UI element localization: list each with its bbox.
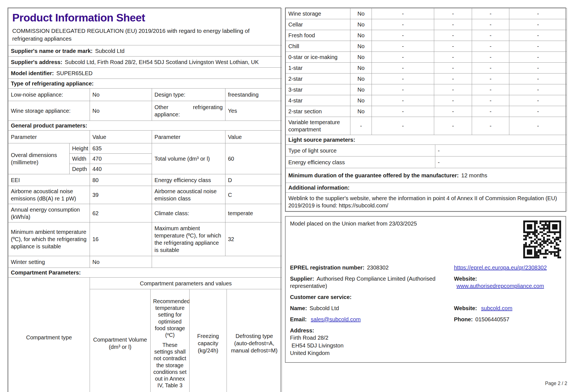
compartment-group-header: Compartment parameters and values — [90, 278, 282, 289]
cell-value: No — [350, 30, 372, 41]
table-row: Chill No - - - - — [286, 41, 567, 52]
cell-value: - — [372, 63, 434, 74]
cell-value: - — [372, 19, 434, 30]
eprel-link[interactable]: https://eprel.ec.europa.eu/qr/2308302 — [454, 264, 547, 271]
param-value: - — [435, 156, 567, 168]
email-label: Email: — [290, 316, 307, 322]
compartment-row-label: Fresh food — [286, 30, 350, 41]
appliance-type-table: Low-noise appliance: No Design type: fre… — [8, 88, 282, 143]
cell-value: - — [372, 84, 434, 95]
compartment-row-label: 3-star — [286, 84, 350, 95]
care-website-link[interactable]: subcold.com — [481, 305, 512, 311]
freezing-column-header: Freezing capacity (kg/24h) — [190, 289, 227, 392]
supplier-name-value: Subcold Ltd — [95, 48, 125, 54]
spacer — [290, 227, 561, 260]
compartment-row-label: Wine storage — [286, 8, 350, 19]
address-line: Firth Road 28/2 — [290, 334, 447, 342]
supplier-row: Supplier:Authorised Rep Compliance Limit… — [290, 275, 561, 290]
param-label: Airborne acoustical noise emissions (dB(… — [8, 186, 90, 204]
cell-value: - — [372, 106, 434, 117]
param-value: 39 — [90, 186, 152, 204]
weblink-cell: Weblink to the supplier's website, where… — [286, 193, 567, 211]
cell-value: - — [372, 41, 434, 52]
table-row: Type of light source - — [286, 145, 567, 156]
care-name-row: Name:Subcold Ltd Website: subcold.com — [290, 305, 561, 312]
total-volume-value: 60 — [225, 143, 282, 174]
guarantee-table: Minimum duration of the guarantee offere… — [286, 168, 567, 211]
param-value: freestanding — [225, 89, 282, 101]
cell-value: No — [350, 106, 372, 117]
cell-value: - — [350, 117, 372, 135]
cell-value: - — [509, 117, 567, 135]
market-date-text: Model placed on the Union market from 23… — [290, 220, 561, 227]
cell-value: - — [434, 30, 472, 41]
param-value: D — [225, 174, 282, 186]
email-link[interactable]: sales@subcold.com — [311, 316, 361, 322]
registration-box: Model placed on the Union market from 23… — [285, 216, 566, 363]
compartment-row-label: 0-star or ice-making — [286, 52, 350, 63]
cell-value: No — [350, 95, 372, 106]
cell-value: - — [472, 106, 509, 117]
page-title: Product Information Sheet — [12, 12, 278, 24]
table-row: Annual energy consumption (kWh/a) 62 Cli… — [8, 204, 282, 222]
cell-value: - — [509, 84, 567, 95]
table-row: Type of refrigerating appliance: — [8, 79, 282, 89]
cell-value: - — [472, 41, 509, 52]
cell-value: No — [350, 19, 372, 30]
table-row: Weblink to the supplier's website, where… — [286, 193, 567, 211]
weblink-url: https://subcold.com/ — [339, 202, 388, 209]
cell-value: - — [372, 8, 434, 19]
cell-value: - — [472, 52, 509, 63]
column-header: Value — [225, 131, 282, 143]
param-value: 62 — [90, 204, 152, 222]
table-row: Minimum ambient temperature (ºC), for wh… — [8, 222, 282, 256]
cell-value: No — [350, 41, 372, 52]
column-header: Value — [90, 131, 152, 143]
compartment-row-label: Variable temperature compartment — [286, 117, 350, 135]
table-row: Low-noise appliance: No Design type: fre… — [8, 89, 282, 101]
param-value: 80 — [90, 174, 152, 186]
care-contact-row: Email: sales@subcold.com Phone:015064405… — [290, 316, 561, 323]
guarantee-value: 12 months — [461, 172, 487, 178]
cell-value: - — [472, 117, 509, 135]
supplier-website-link[interactable]: www.authorisedrepcompliance.com — [456, 283, 544, 289]
general-section-title: General product parameters: — [8, 121, 282, 131]
light-source-table: Type of light source - Energy efficiency… — [286, 144, 567, 168]
param-label: Energy efficiency class — [152, 174, 225, 186]
cell-value: No — [350, 74, 372, 84]
param-label: Minimum ambient temperature (ºC), for wh… — [8, 222, 90, 256]
cell-value: - — [434, 19, 472, 30]
compartment-continued-table: Wine storage No - - - - Cellar No - - - … — [286, 8, 567, 145]
cell-value: No — [350, 63, 372, 74]
supplier-name-label: Supplier's name or trade mark: — [11, 48, 93, 54]
cell-value: - — [509, 30, 567, 41]
additional-info-title: Additional information: — [286, 183, 567, 193]
param-label: Wine storage appliance: — [8, 101, 90, 121]
care-name-label: Name: — [290, 305, 307, 311]
compartment-row-label: 1-star — [286, 63, 350, 74]
table-row: Parameter Value Parameter Value — [8, 131, 282, 143]
cell-value: - — [472, 19, 509, 30]
table-row: Light source parameters: — [286, 135, 567, 145]
page2-number: Page 2 / 2 — [545, 380, 567, 387]
phone-label: Phone: — [454, 316, 473, 322]
param-label: EEI — [8, 174, 90, 186]
compartment-row-label: 2-star section — [286, 106, 350, 117]
compartment-section-title: Compartment Parameters: — [8, 268, 282, 278]
table-row: General product parameters: — [8, 121, 282, 131]
customer-care-title: Customer care service: — [290, 293, 447, 301]
eprel-label: EPREL registration number: — [290, 264, 364, 271]
cell-value: - — [434, 63, 472, 74]
qr-code — [523, 220, 561, 258]
type-section-title: Type of refrigerating appliance: — [8, 79, 282, 89]
param-value: Yes — [225, 101, 282, 121]
address-line: United Kingdom — [290, 349, 447, 357]
general-parameters-table: EEI 80 Energy efficiency class D Airborn… — [8, 174, 282, 278]
table-row: Variable temperature compartment - - - -… — [286, 117, 567, 135]
table-row: Fresh food No - - - - — [286, 30, 567, 41]
table-row: Winter setting No — [8, 256, 282, 268]
care-title-row: Customer care service: — [290, 293, 561, 301]
address-row: Address: Firth Road 28/2 EH54 5DJ Living… — [290, 327, 561, 357]
dimension-name: Depth — [70, 164, 90, 174]
temperature-column-header: Recommended temperature setting for opti… — [151, 289, 190, 392]
